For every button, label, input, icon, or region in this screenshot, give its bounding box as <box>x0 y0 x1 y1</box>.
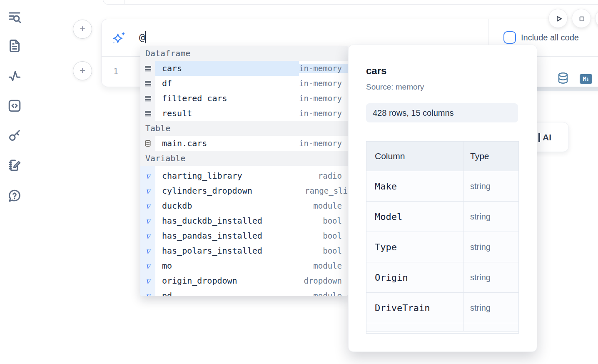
add-cell-button-bottom[interactable]: + <box>73 61 92 80</box>
column-name: Model <box>375 212 402 222</box>
item-type: in-memory <box>299 79 348 88</box>
preview-title: cars <box>366 65 518 77</box>
schema-table-header: Column Type <box>366 142 518 171</box>
item-type: radio <box>318 171 348 180</box>
table-row: Make string <box>366 171 518 202</box>
table-group: main.cars in-memory <box>140 136 348 151</box>
item-type: bool <box>323 231 348 240</box>
key-icon <box>7 137 22 144</box>
database-icon[interactable] <box>557 72 569 85</box>
dataframe-icon <box>140 76 155 91</box>
autocomplete-item[interactable]: v has_polars_installed bool <box>140 243 348 258</box>
scratchpad-icon <box>7 167 22 174</box>
autocomplete-item[interactable]: v charting_library radio <box>140 168 348 183</box>
variable-icon: v <box>140 273 155 288</box>
item-type: in-memory <box>299 139 348 148</box>
autocomplete-item[interactable]: v pd module <box>140 288 348 296</box>
previous-cell-divider <box>125 0 125 4</box>
column-type: string <box>470 212 491 222</box>
include-all-code-checkbox[interactable] <box>503 31 516 44</box>
item-name: df <box>155 76 299 91</box>
dataframe-icon <box>140 106 155 121</box>
sidebar-item-scratchpad[interactable] <box>7 158 22 173</box>
clipped-letter-fragment <box>538 133 540 142</box>
variable-icon: v <box>140 288 155 296</box>
notebook-screen: + + @ Include all code 1 <box>0 0 598 364</box>
group-header-dataframe: Dataframe <box>140 46 348 61</box>
autocomplete-item[interactable]: v mo module <box>140 258 348 273</box>
dataframe-group: cars in-memory df in-memory filtered_car… <box>140 61 348 121</box>
item-name: cylinders_dropdown <box>155 183 305 198</box>
autocomplete-item[interactable]: cars in-memory <box>140 61 348 76</box>
ai-prompt-input[interactable]: @ <box>139 31 146 43</box>
dataframe-icon <box>140 91 155 106</box>
activity-icon <box>7 78 22 85</box>
variable-icon: v <box>140 243 155 258</box>
item-name: pd <box>155 288 313 296</box>
stop-button[interactable] <box>572 9 591 28</box>
item-type: bool <box>323 216 348 225</box>
dataframe-icon <box>140 61 155 76</box>
ai-button-label: AI <box>543 132 551 142</box>
sidebar-item-activity[interactable] <box>7 69 22 84</box>
run-cell-button[interactable] <box>548 9 568 28</box>
column-name: Origin <box>375 272 408 283</box>
schema-table-body: Make string Model string Type string Ori… <box>366 171 518 323</box>
item-name: has_polars_installed <box>155 243 323 258</box>
column-name: Type <box>375 242 397 252</box>
item-type: bool <box>323 246 348 255</box>
item-name: has_pandas_installed <box>155 228 323 243</box>
autocomplete-item[interactable]: df in-memory <box>140 76 348 91</box>
item-name: cars <box>155 61 299 76</box>
item-name: filtered_cars <box>155 91 299 106</box>
item-name: charting_library <box>155 168 318 183</box>
item-type: module <box>313 261 348 270</box>
schema-table: Column Type Make string Model string Typ… <box>366 141 519 334</box>
table-row: Type string <box>366 232 518 262</box>
toc-search-icon <box>7 18 22 25</box>
variable-icon: v <box>140 168 155 183</box>
include-all-code-label: Include all code <box>521 33 579 42</box>
item-name: main.cars <box>155 136 299 151</box>
sparkle-ai-icon <box>112 30 127 45</box>
column-type: string <box>470 182 491 191</box>
autocomplete-item[interactable]: v cylinders_dropdown range_sli <box>140 183 348 198</box>
ai-prompt-text: @ <box>139 32 145 42</box>
autocomplete-item[interactable]: result in-memory <box>140 106 348 121</box>
autocomplete-item[interactable]: main.cars in-memory <box>140 136 348 151</box>
type-header: Type <box>463 142 518 171</box>
item-name: mo <box>155 258 313 273</box>
column-type: string <box>470 303 491 313</box>
sidebar-item-keys[interactable] <box>7 128 22 143</box>
sidebar-item-snippets[interactable] <box>7 98 22 113</box>
item-name: result <box>155 106 299 121</box>
autocomplete-item[interactable]: v has_pandas_installed bool <box>140 228 348 243</box>
autocomplete-item[interactable]: v origin_dropdown dropdown <box>140 273 348 288</box>
item-name: has_duckdb_installed <box>155 213 323 228</box>
variable-icon: v <box>140 213 155 228</box>
autocomplete-item[interactable]: v has_duckdb_installed bool <box>140 213 348 228</box>
file-document-icon <box>7 47 22 55</box>
item-type: in-memory <box>299 94 348 103</box>
autocomplete-item[interactable]: v duckdb module <box>140 198 348 213</box>
database-icon <box>140 136 155 151</box>
dataframe-preview-popover: cars Source: memory 428 rows, 15 columns… <box>348 45 537 352</box>
variable-icon: v <box>140 183 155 198</box>
code-snippet-icon <box>7 107 22 115</box>
line-number: 1 <box>112 66 120 76</box>
sidebar-item-help[interactable] <box>7 188 22 203</box>
markdown-icon[interactable]: M↓ <box>580 74 592 84</box>
variable-icon: v <box>140 198 155 213</box>
sidebar-item-toc-search[interactable] <box>7 9 22 24</box>
table-row: Model string <box>366 202 518 232</box>
autocomplete-item[interactable]: filtered_cars in-memory <box>140 91 348 106</box>
add-cell-button-top[interactable]: + <box>73 20 92 39</box>
preview-stats-badge: 428 rows, 15 columns <box>366 103 518 122</box>
column-name: DriveTrain <box>375 303 430 313</box>
variable-group: v charting_library radio v cylinders_dro… <box>140 168 348 296</box>
previous-cell-edge <box>103 0 598 5</box>
item-type: module <box>313 291 348 296</box>
sidebar-item-files[interactable] <box>7 38 22 53</box>
table-row: DriveTrain string <box>366 293 518 323</box>
item-type: module <box>313 201 348 210</box>
